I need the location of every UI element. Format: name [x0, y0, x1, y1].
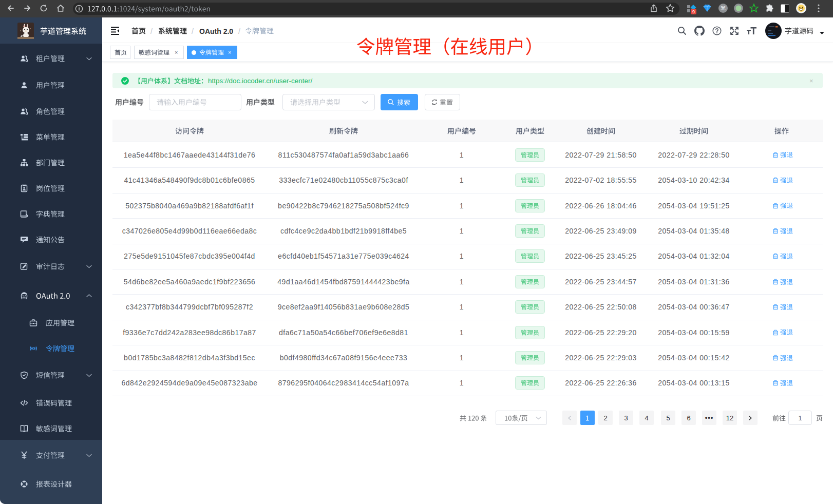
svg-text:⌘: ⌘	[721, 5, 726, 11]
svg-text:9: 9	[692, 9, 695, 14]
